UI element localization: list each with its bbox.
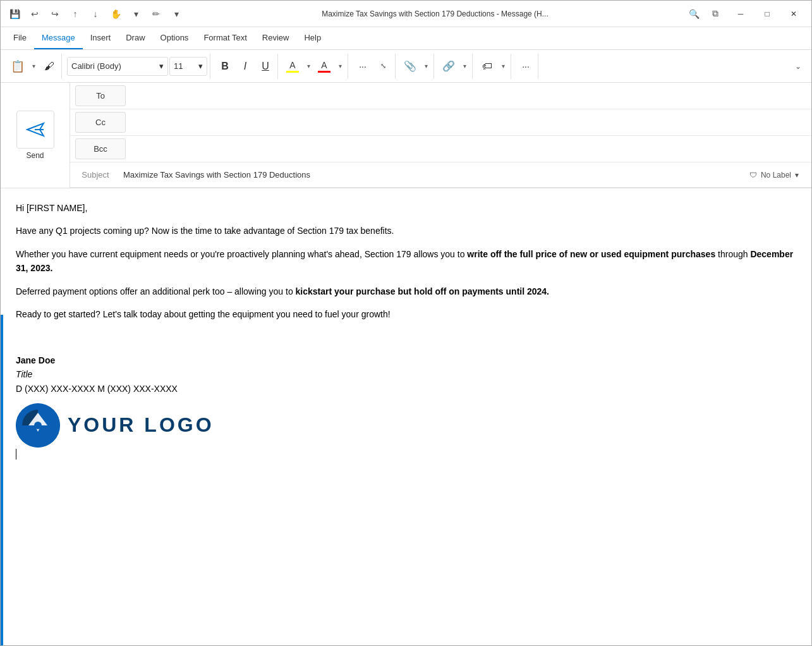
tab-review[interactable]: Review [255,27,297,49]
to-input[interactable] [131,86,811,106]
font-group: Calibri (Body) ▾ 11 ▾ [64,54,210,79]
logo-svg [16,403,60,448]
logo-circle-icon [16,403,60,448]
highlight-dropdown[interactable]: ▾ [303,57,313,76]
move-up-button[interactable]: ↑ [66,5,84,23]
p2-bold: write off the full price of new or used … [467,249,715,259]
paragraph-1: Have any Q1 projects coming up? Now is t… [16,224,796,238]
font-color-bar [318,71,330,73]
send-container: Send [1,83,70,188]
italic-button[interactable]: I [236,57,255,76]
to-row: To [70,83,811,109]
tab-options[interactable]: Options [153,27,197,49]
cc-button[interactable]: Cc [75,112,126,133]
clipboard-button[interactable]: 📋 [8,57,27,76]
link-group: 🔗 ▾ [437,54,473,79]
tab-draw[interactable]: Draw [118,27,152,49]
paragraph-3: Deferred payment options offer an additi… [16,284,796,298]
tab-message[interactable]: Message [34,27,83,49]
clipboard-group: 📋 ▾ 🖌 [6,54,62,79]
to-button[interactable]: To [75,85,126,106]
blank-line [16,330,796,344]
no-label-text: No Label [761,171,791,180]
attach-dropdown[interactable]: ▾ [421,57,431,76]
draw-button[interactable]: ✏ [147,5,165,23]
tab-insert[interactable]: Insert [83,27,119,49]
font-name-selector[interactable]: Calibri (Body) ▾ [67,57,168,76]
window-title: Maximize Tax Savings with Section 179 De… [189,9,681,18]
more-commands-group: ··· [514,54,538,79]
save-button[interactable]: 💾 [6,5,23,23]
tab-help[interactable]: Help [296,27,329,49]
customize-dropdown[interactable]: ▾ [127,5,145,23]
send-label: Send [26,151,44,160]
format-toolbar: 📋 ▾ 🖌 Calibri (Body) ▾ 11 ▾ B I U [1,50,811,83]
minimize-button[interactable]: ─ [728,4,753,23]
format-painter-button[interactable]: 🖌 [40,57,59,76]
left-accent-bar [1,315,3,645]
search-titlebar-button[interactable]: 🔍 [685,5,703,23]
tag-button[interactable]: 🏷 [478,57,497,76]
close-button[interactable]: ✕ [781,4,806,23]
titlebar-quick-access: 💾 ↩ ↪ ↑ ↓ ✋ ▾ ✏ ▾ [6,5,185,23]
paragraph-2: Whether you have current equipment needs… [16,247,796,276]
tag-dropdown[interactable]: ▾ [498,57,508,76]
email-signature: Jane Doe Title D (XXX) XXX-XXXX M (XXX) … [16,330,796,461]
p3-prefix: Deferred payment options offer an additi… [16,286,296,296]
attach-button[interactable]: 📎 [401,57,420,76]
email-body[interactable]: Hi [FIRST NAME], Have any Q1 projects co… [1,188,811,645]
svg-point-3 [34,422,42,429]
sig-name: Jane Doe [16,353,796,367]
clipboard-dropdown[interactable]: ▾ [28,57,39,76]
link-dropdown[interactable]: ▾ [459,57,470,76]
tab-format-text[interactable]: Format Text [196,27,254,49]
move-down-button[interactable]: ↓ [87,5,104,23]
ribbon-expander[interactable]: ⌄ [790,59,806,73]
highlight-color-bar [286,71,299,73]
font-color-dropdown[interactable]: ▾ [335,57,345,76]
text-cursor [16,449,16,460]
paragraph-4: Ready to get started? Let's talk today a… [16,307,796,321]
p2-mid: through [715,249,750,259]
more-options-button[interactable]: ··· [353,57,372,76]
link-button[interactable]: 🔗 [439,57,458,76]
redo-button[interactable]: ↪ [46,5,64,23]
send-icon [26,120,45,139]
text-format-launcher[interactable]: ⤡ [373,57,392,76]
logo-area: YOUR LOGO [16,403,796,448]
bold-button[interactable]: B [215,57,234,76]
draw-dropdown[interactable]: ▾ [167,5,185,23]
send-button[interactable] [16,111,54,149]
underline-button[interactable]: U [256,57,275,76]
size-dropdown-icon: ▾ [198,61,203,71]
subject-row: Subject 🛡 No Label ▾ [70,162,811,188]
bcc-button[interactable]: Bcc [75,138,126,159]
font-size-selector[interactable]: 11 ▾ [169,57,207,76]
undo-button[interactable]: ↩ [26,5,44,23]
touch-button[interactable]: ✋ [107,5,124,23]
no-label-dropdown-icon: ▾ [795,171,799,180]
outlook-window: 💾 ↩ ↪ ↑ ↓ ✋ ▾ ✏ ▾ Maximize Tax Savings w… [0,0,812,646]
sig-contact: D (XXX) XXX-XXXX M (XXX) XXX-XXXX [16,382,796,396]
maximize-button[interactable]: □ [754,4,780,23]
no-label-button[interactable]: 🛡 No Label ▾ [742,167,806,183]
p3-bold: kickstart your purchase but hold off on … [296,286,549,296]
restore-window-button[interactable]: ⧉ [706,5,724,23]
color-group: A ▾ A ▾ [281,54,348,79]
email-compose-area: Send To Cc Bcc Subject [1,83,811,645]
bcc-input[interactable] [131,139,811,159]
font-color-button[interactable]: A [315,57,334,76]
recipient-fields: To Cc Bcc Subject 🛡 No Label [70,83,811,188]
more-commands-button[interactable]: ··· [516,57,535,76]
attach-group: 📎 ▾ [398,54,434,79]
label-shield-icon: 🛡 [749,171,757,180]
tab-file[interactable]: File [6,27,34,49]
tags-group: 🏷 ▾ [475,54,511,79]
subject-label: Subject [70,165,121,185]
cc-input[interactable] [131,113,811,132]
highlight-button[interactable]: A [283,57,302,76]
sig-title: Title [16,367,796,381]
ribbon-tabs: File Message Insert Draw Options Format … [1,27,811,50]
more-format-group: ··· ⤡ [351,54,396,79]
subject-input[interactable] [121,165,742,185]
